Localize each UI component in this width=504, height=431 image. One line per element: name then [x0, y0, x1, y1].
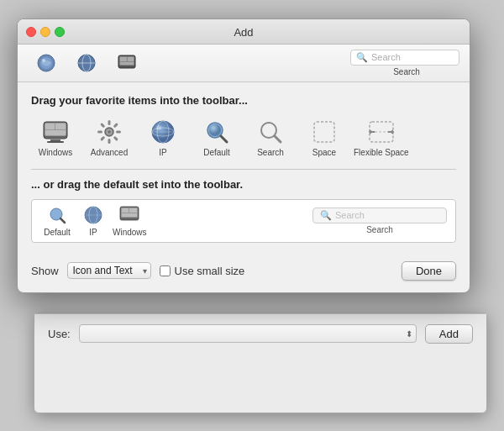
svg-rect-20 — [113, 123, 118, 128]
default-icon — [203, 118, 230, 145]
svg-marker-44 — [370, 129, 373, 134]
traffic-lights — [26, 27, 65, 37]
bg-window-bottom: Use: Add — [34, 314, 486, 354]
add-toolbar-dialog: Add — [17, 18, 470, 293]
maximize-button[interactable] — [55, 27, 65, 37]
default-set-ip: IP — [79, 205, 108, 237]
svg-rect-13 — [45, 124, 55, 129]
svg-point-34 — [156, 125, 161, 130]
done-button[interactable]: Done — [402, 261, 456, 281]
svg-rect-55 — [122, 208, 129, 213]
svg-rect-24 — [100, 135, 105, 140]
close-button[interactable] — [26, 27, 36, 37]
search-bar-preview-group: 🔍 Search Search — [350, 50, 459, 76]
small-size-checkbox[interactable] — [160, 265, 171, 276]
item-ip-label: IP — [159, 148, 166, 157]
toolbar-icon-group — [28, 53, 145, 73]
item-search-label: Search — [257, 148, 284, 157]
item-default[interactable]: Default — [192, 118, 241, 157]
small-size-checkbox-label[interactable]: Use small size — [160, 265, 245, 277]
windows-icon-sm — [117, 53, 137, 73]
svg-rect-15 — [45, 130, 66, 135]
search-icon — [257, 118, 284, 145]
item-advanced[interactable]: Advanced — [85, 118, 134, 157]
tb-ip-sm — [68, 53, 105, 73]
small-size-label: Use small size — [175, 265, 245, 277]
bottom-controls: Show Icon and Text Icon Only Text Only U… — [31, 255, 456, 282]
svg-rect-21 — [116, 130, 121, 133]
search-icon-preview: 🔍 — [356, 52, 368, 63]
default-search-box: 🔍 Search Search — [312, 208, 447, 234]
windows-icon — [42, 118, 69, 145]
item-space-label: Space — [312, 148, 336, 157]
tb-windows-sm — [108, 53, 145, 73]
svg-rect-16 — [50, 139, 60, 141]
svg-rect-17 — [47, 141, 64, 143]
default-set-icons: Default IP — [40, 205, 147, 237]
toolbar-preview: 🔍 Search Search — [18, 45, 470, 82]
svg-point-28 — [108, 130, 111, 134]
svg-rect-19 — [108, 120, 111, 125]
svg-rect-26 — [100, 123, 105, 128]
items-row: Windows — [31, 118, 456, 157]
item-windows-label: Windows — [39, 148, 73, 157]
svg-rect-23 — [108, 139, 111, 144]
dialog-body: Drag your favorite items into the toolba… — [18, 82, 470, 292]
show-label: Show — [31, 265, 59, 277]
svg-rect-25 — [97, 130, 102, 133]
svg-line-40 — [275, 136, 281, 142]
item-flexible-space[interactable]: Flexible Space — [354, 118, 409, 157]
minimize-button[interactable] — [40, 27, 50, 37]
background-window: Use: Add — [34, 313, 487, 413]
default-search-input[interactable]: 🔍 Search — [312, 208, 447, 223]
default-search-icon: 🔍 — [320, 210, 332, 221]
default-set-windows-icon — [119, 205, 139, 225]
show-select-wrapper[interactable]: Icon and Text Icon Only Text Only — [67, 262, 151, 279]
item-ip[interactable]: IP — [139, 118, 187, 157]
use-select[interactable] — [79, 324, 417, 343]
svg-rect-8 — [120, 57, 127, 61]
item-search[interactable]: Search — [246, 118, 295, 157]
show-select[interactable]: Icon and Text Icon Only Text Only — [67, 262, 151, 279]
svg-marker-46 — [390, 129, 393, 134]
default-icon-sm — [36, 53, 56, 73]
advanced-icon — [96, 118, 123, 145]
item-advanced-label: Advanced — [91, 148, 128, 157]
search-placeholder: Search — [371, 52, 401, 62]
dialog-titlebar: Add — [18, 19, 470, 45]
dialog-title: Add — [234, 26, 253, 39]
default-search-placeholder: Search — [335, 210, 365, 220]
space-icon — [311, 118, 338, 145]
default-set-box[interactable]: Default IP — [31, 199, 456, 243]
drag-default-instruction: ... or drag the default set into the too… — [31, 178, 456, 191]
drag-instruction: Drag your favorite items into the toolba… — [31, 94, 456, 107]
search-bar-preview[interactable]: 🔍 Search — [350, 50, 459, 66]
divider — [31, 169, 456, 170]
ip-icon-sm — [76, 53, 97, 73]
default-set-ip-icon — [83, 205, 103, 225]
default-set-default: Default — [40, 205, 74, 237]
search-bar-label: Search — [393, 67, 420, 76]
svg-point-2 — [42, 59, 45, 62]
use-label: Use: — [48, 328, 71, 340]
default-set-ip-label: IP — [89, 228, 97, 237]
svg-rect-56 — [129, 208, 137, 213]
add-button[interactable]: Add — [425, 324, 473, 344]
flexible-space-icon — [368, 118, 395, 145]
svg-rect-9 — [128, 57, 134, 61]
default-set-default-icon — [47, 205, 67, 225]
default-set-windows: Windows — [113, 205, 147, 237]
default-set-windows-label: Windows — [113, 228, 147, 237]
item-space[interactable]: Space — [300, 118, 349, 157]
item-default-label: Default — [203, 148, 230, 157]
use-select-wrapper[interactable] — [79, 324, 417, 343]
svg-rect-22 — [113, 135, 118, 140]
svg-point-37 — [209, 124, 221, 136]
svg-rect-14 — [55, 124, 66, 129]
tb-default — [28, 53, 65, 73]
item-windows[interactable]: Windows — [31, 118, 80, 157]
svg-line-38 — [221, 136, 227, 142]
default-search-label: Search — [366, 225, 393, 234]
svg-rect-10 — [120, 62, 134, 65]
default-set-default-label: Default — [44, 228, 71, 237]
